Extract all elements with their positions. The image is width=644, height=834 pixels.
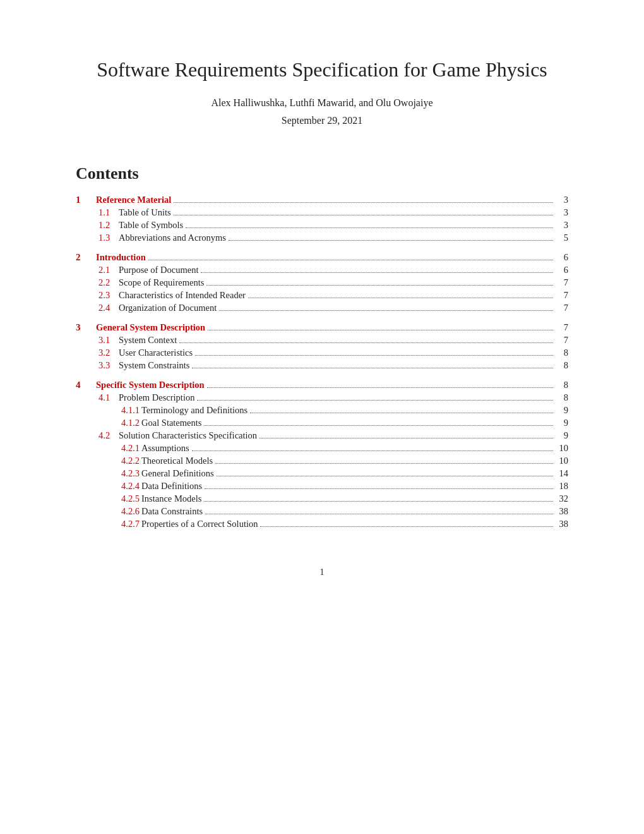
toc-number: 1.3 bbox=[98, 233, 119, 243]
toc-number: 4.1 bbox=[98, 392, 119, 403]
toc-dots bbox=[195, 355, 553, 356]
toc-entry[interactable]: 1.2Table of Symbols3 bbox=[76, 220, 568, 231]
toc-label[interactable]: System Context bbox=[119, 335, 177, 346]
toc-entry[interactable]: 4.2.7Properties of a Correct Solution38 bbox=[76, 519, 568, 529]
toc-entry[interactable]: 1.1Table of Units3 bbox=[76, 207, 568, 218]
toc-page: 3 bbox=[556, 195, 568, 205]
toc-page: 10 bbox=[556, 443, 568, 454]
toc-label[interactable]: Characteristics of Intended Reader bbox=[119, 290, 246, 301]
toc-label[interactable]: Terminology and Definitions bbox=[141, 405, 247, 416]
toc-number: 2.2 bbox=[98, 277, 119, 288]
toc-page: 38 bbox=[556, 506, 568, 517]
toc-label[interactable]: Goal Statements bbox=[141, 418, 201, 428]
toc-label[interactable]: General Definitions bbox=[141, 468, 214, 479]
toc-entry[interactable]: 3General System Description7 bbox=[76, 322, 568, 333]
toc-page: 7 bbox=[556, 290, 568, 301]
toc-entry[interactable]: 4.2.3General Definitions14 bbox=[76, 468, 568, 479]
toc-label[interactable]: Table of Symbols bbox=[119, 220, 183, 231]
toc-dots bbox=[205, 514, 553, 514]
toc-number: 3 bbox=[76, 322, 96, 333]
toc-label[interactable]: Purpose of Document bbox=[119, 265, 198, 275]
toc-label[interactable]: System Constraints bbox=[119, 360, 189, 371]
toc-label[interactable]: Theoretical Models bbox=[141, 456, 213, 466]
toc-dots bbox=[208, 330, 553, 330]
toc-entry[interactable]: 4.1Problem Description8 bbox=[76, 392, 568, 403]
toc-label[interactable]: Scope of Requirements bbox=[119, 277, 204, 288]
toc-page: 7 bbox=[556, 322, 568, 333]
toc-label[interactable]: General System Description bbox=[96, 322, 205, 333]
toc-entry[interactable]: 4.2.5Instance Models32 bbox=[76, 493, 568, 504]
toc-entry[interactable]: 4.2.1Assumptions10 bbox=[76, 443, 568, 454]
toc-dots bbox=[197, 400, 553, 401]
toc-entry[interactable]: 4.1.1Terminology and Definitions9 bbox=[76, 405, 568, 416]
toc-dots bbox=[201, 272, 553, 273]
toc-label[interactable]: Abbreviations and Acronyms bbox=[119, 233, 226, 243]
toc-page: 38 bbox=[556, 519, 568, 529]
toc-entry[interactable]: 2.1Purpose of Document6 bbox=[76, 265, 568, 275]
toc-label[interactable]: Instance Models bbox=[141, 493, 201, 504]
toc-entry[interactable]: 3.1System Context7 bbox=[76, 335, 568, 346]
toc-number: 4.2.3 bbox=[121, 468, 141, 479]
toc-label[interactable]: Assumptions bbox=[141, 443, 189, 454]
toc-section-group: 3General System Description73.1System Co… bbox=[76, 322, 568, 371]
toc-number: 4.1.1 bbox=[121, 405, 141, 416]
toc-number: 3.2 bbox=[98, 348, 119, 358]
toc-entry[interactable]: 2.4Organization of Document7 bbox=[76, 303, 568, 313]
toc-page: 9 bbox=[556, 405, 568, 416]
toc-dots bbox=[204, 501, 553, 502]
toc-page: 6 bbox=[556, 252, 568, 263]
toc-page: 14 bbox=[556, 468, 568, 479]
toc-number: 2.3 bbox=[98, 290, 119, 301]
toc-page: 18 bbox=[556, 481, 568, 492]
toc-dots bbox=[217, 476, 553, 476]
toc-number: 2.1 bbox=[98, 265, 119, 275]
toc-label[interactable]: Reference Material bbox=[96, 195, 171, 205]
toc-number: 4.2.5 bbox=[121, 493, 141, 504]
toc-entry[interactable]: 3.2User Characteristics8 bbox=[76, 348, 568, 358]
toc-dots bbox=[260, 526, 553, 527]
toc-entry[interactable]: 2.3Characteristics of Intended Reader7 bbox=[76, 290, 568, 301]
toc-label[interactable]: Specific System Description bbox=[96, 380, 205, 390]
toc-label[interactable]: User Characteristics bbox=[119, 348, 193, 358]
toc-number: 1 bbox=[76, 195, 96, 205]
toc-number: 4.1.2 bbox=[121, 418, 141, 428]
toc-number: 3.1 bbox=[98, 335, 119, 346]
title-section: Software Requirements Specification for … bbox=[76, 57, 568, 126]
toc-label[interactable]: Data Definitions bbox=[141, 481, 202, 492]
toc-dots bbox=[192, 368, 553, 368]
toc-label[interactable]: Data Constraints bbox=[141, 506, 203, 517]
toc-label[interactable]: Introduction bbox=[96, 252, 146, 263]
toc-entry[interactable]: 2Introduction6 bbox=[76, 252, 568, 263]
doc-title: Software Requirements Specification for … bbox=[76, 57, 568, 83]
toc-label[interactable]: Problem Description bbox=[119, 392, 194, 403]
toc-dots bbox=[229, 240, 553, 241]
toc-dots bbox=[206, 285, 553, 286]
toc-entry[interactable]: 4.2Solution Characteristics Specificatio… bbox=[76, 430, 568, 441]
toc-dots bbox=[248, 298, 553, 298]
toc-number: 3.3 bbox=[98, 360, 119, 371]
toc-section-group: 1Reference Material31.1Table of Units31.… bbox=[76, 195, 568, 243]
toc-section-group: 4Specific System Description84.1Problem … bbox=[76, 380, 568, 529]
toc-entry[interactable]: 2.2Scope of Requirements7 bbox=[76, 277, 568, 288]
toc-entry[interactable]: 4.2.2Theoretical Models10 bbox=[76, 456, 568, 466]
toc-label[interactable]: Table of Units bbox=[119, 207, 171, 218]
toc-page: 7 bbox=[556, 277, 568, 288]
toc-entry[interactable]: 3.3System Constraints8 bbox=[76, 360, 568, 371]
toc-entry[interactable]: 4.2.4Data Definitions18 bbox=[76, 481, 568, 492]
toc-page: 8 bbox=[556, 360, 568, 371]
toc-label[interactable]: Properties of a Correct Solution bbox=[141, 519, 258, 529]
toc-page: 8 bbox=[556, 392, 568, 403]
doc-authors: Alex Halliwushka, Luthfi Mawarid, and Ol… bbox=[76, 97, 568, 109]
toc-page: 10 bbox=[556, 456, 568, 466]
toc-entry[interactable]: 4.1.2Goal Statements9 bbox=[76, 418, 568, 428]
toc-entry[interactable]: 4.2.6Data Constraints38 bbox=[76, 506, 568, 517]
toc-label[interactable]: Solution Characteristics Specification bbox=[119, 430, 257, 441]
toc-entry[interactable]: 1Reference Material3 bbox=[76, 195, 568, 205]
toc-entry[interactable]: 4Specific System Description8 bbox=[76, 380, 568, 390]
toc-number: 4.2.7 bbox=[121, 519, 141, 529]
contents-heading: Contents bbox=[76, 164, 568, 183]
toc-number: 4.2 bbox=[98, 430, 119, 441]
toc-label[interactable]: Organization of Document bbox=[119, 303, 217, 313]
toc-dots bbox=[204, 425, 553, 426]
toc-entry[interactable]: 1.3Abbreviations and Acronyms5 bbox=[76, 233, 568, 243]
